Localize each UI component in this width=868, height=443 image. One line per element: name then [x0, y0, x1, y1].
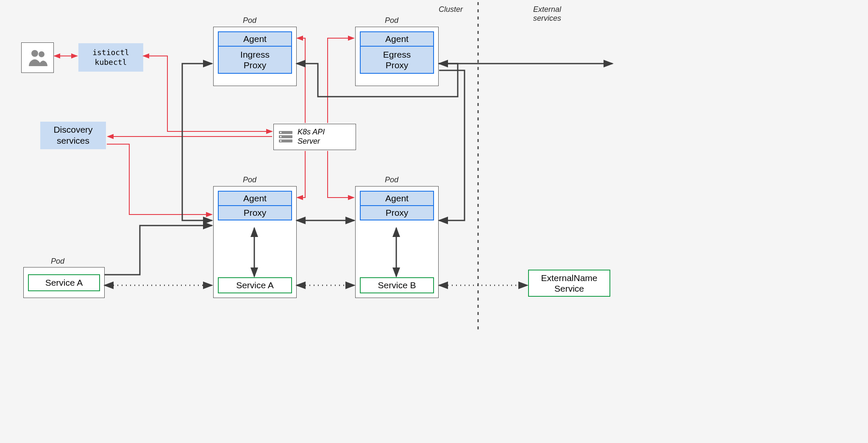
pod-label-outer-service: Pod: [51, 257, 64, 266]
pod-label-egress: Pod: [385, 16, 398, 25]
external-services-label: External services: [533, 5, 561, 23]
sidecar-a-pod: Agent Proxy Service A: [213, 186, 297, 298]
server-icon: [278, 129, 293, 145]
users-icon: [21, 42, 54, 73]
externalname-service: ExternalName Service: [528, 270, 610, 297]
egress-proxy: Egress Proxy: [360, 46, 434, 74]
svg-rect-6: [280, 132, 281, 133]
service-a-outer: Service A: [28, 274, 100, 291]
ingress-proxy: Ingress Proxy: [218, 46, 292, 74]
outer-service-pod: Service A: [23, 267, 105, 298]
pod-label-sidecar-a: Pod: [243, 176, 256, 184]
cli-line1: istioctl: [84, 47, 137, 57]
api-server-label: K8s API Server: [298, 128, 325, 146]
egress-agent: Agent: [360, 31, 434, 46]
ingress-agent: Agent: [218, 31, 292, 46]
sidecar-b-pod: Agent Proxy Service B: [355, 186, 439, 298]
egress-pod: Agent Egress Proxy: [355, 27, 439, 86]
sidecar-b-proxy: Proxy: [360, 205, 434, 220]
sidecar-b-agent: Agent: [360, 191, 434, 205]
svg-point-2: [39, 51, 45, 57]
discovery-services: Discovery services: [40, 122, 106, 149]
sidecar-a-agent: Agent: [218, 191, 292, 205]
service-a-inner: Service A: [218, 277, 292, 293]
service-b-inner: Service B: [360, 277, 434, 293]
k8s-api-server: K8s API Server: [273, 124, 356, 150]
pod-label-sidecar-b: Pod: [385, 176, 398, 184]
svg-rect-8: [280, 140, 281, 142]
pod-label-ingress: Pod: [243, 16, 256, 25]
svg-point-1: [31, 50, 38, 57]
diagram-canvas: Cluster External services istioctl kubec…: [0, 0, 651, 332]
cli-line2: kubectl: [84, 57, 137, 67]
ingress-pod: Agent Ingress Proxy: [213, 27, 297, 86]
sidecar-a-proxy: Proxy: [218, 205, 292, 220]
cli-box: istioctl kubectl: [78, 43, 143, 72]
cluster-label: Cluster: [439, 5, 463, 14]
svg-rect-7: [280, 136, 281, 137]
